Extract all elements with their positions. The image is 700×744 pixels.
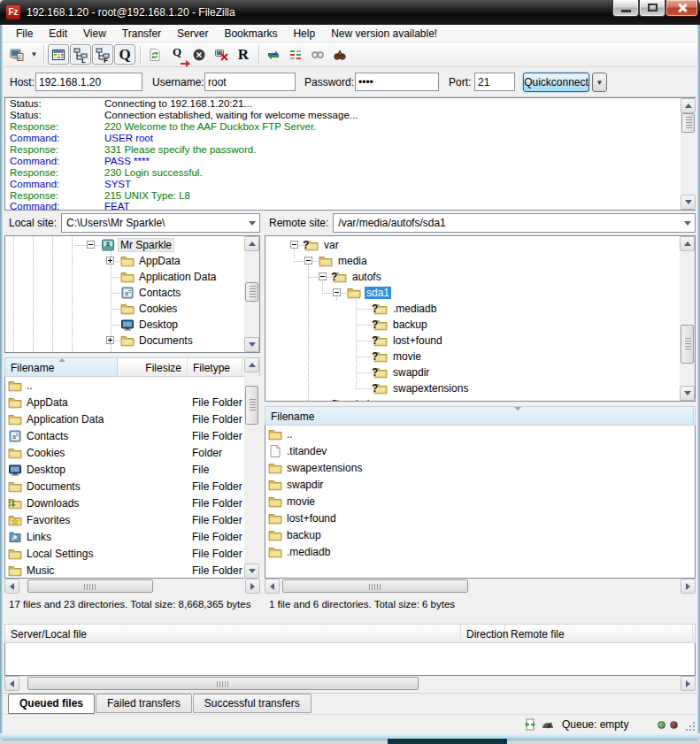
file-row[interactable]: .titandev <box>265 442 695 459</box>
file-row[interactable]: .. <box>265 426 695 442</box>
toggle-local-tree-button[interactable]: L <box>70 44 91 65</box>
file-row[interactable]: DownloadsFile Folder <box>5 495 244 511</box>
tree-item-var[interactable]: ?var <box>265 237 695 253</box>
refresh-button[interactable] <box>144 44 165 65</box>
file-row[interactable]: aContactsFile Folder <box>5 427 244 444</box>
tree-item-swapdir[interactable]: ?swapdir <box>265 364 695 380</box>
scroll-thumb[interactable] <box>245 386 258 425</box>
quickconnect-button[interactable]: Quickconnect <box>523 73 589 92</box>
tree-expander-plus[interactable] <box>106 257 114 265</box>
tree-item-contacts[interactable]: aContacts <box>5 285 259 301</box>
file-row[interactable]: LinksFile Folder <box>5 528 244 545</box>
tree-item--mediadb[interactable]: ?.mediadb <box>265 301 695 317</box>
file-row[interactable]: FavoritesFile Folder <box>5 511 244 528</box>
process-queue-button[interactable]: Q <box>166 44 188 65</box>
tree-expander-plus[interactable] <box>106 352 114 353</box>
scroll-left-button[interactable] <box>4 676 19 691</box>
combo-arrow-icon[interactable] <box>245 214 259 232</box>
remote-site-combo[interactable]: /var/media/autofs/sda1 <box>333 213 696 233</box>
site-manager-button[interactable] <box>6 44 27 65</box>
tab-queued-files[interactable]: Queued files <box>8 694 95 714</box>
menu-server[interactable]: Server <box>169 26 216 42</box>
tree-item-media[interactable]: media <box>265 253 695 269</box>
file-row[interactable]: movie <box>265 493 695 510</box>
remote-hscrollbar[interactable] <box>265 579 696 594</box>
tree-item-application-data[interactable]: Application Data <box>5 269 259 285</box>
file-row[interactable]: DesktopFile <box>5 461 244 478</box>
host-input[interactable] <box>35 73 142 91</box>
tree-item-desktop[interactable]: Desktop <box>5 317 259 333</box>
scroll-down-button[interactable] <box>244 564 259 579</box>
scroll-down-button[interactable] <box>680 386 695 401</box>
remote-tree-scrollbar[interactable] <box>680 236 695 401</box>
tree-item-autofs[interactable]: ?autofs <box>265 269 695 285</box>
local-hscrollbar[interactable] <box>4 579 260 594</box>
close-button[interactable] <box>665 0 698 17</box>
tree-item-mr-sparkle[interactable]: Mr Sparkle <box>5 237 259 253</box>
tree-expander-minus[interactable] <box>87 241 95 249</box>
file-row[interactable]: swapextensions <box>265 459 695 476</box>
tree-expander-minus[interactable] <box>319 272 327 280</box>
local-list-scrollbar[interactable] <box>244 357 259 579</box>
tree-item-appdata[interactable]: AppData <box>5 253 259 269</box>
column-header-filesize[interactable]: Filesize <box>118 358 188 376</box>
menu-transfer[interactable]: Transfer <box>114 26 169 42</box>
local-tree-scrollbar[interactable] <box>244 236 259 352</box>
scroll-down-button[interactable] <box>244 337 259 352</box>
tab-failed-transfers[interactable]: Failed transfers <box>96 694 192 713</box>
scroll-right-button[interactable] <box>681 579 696 594</box>
file-row[interactable]: CookiesFolder <box>5 444 244 461</box>
cancel-button[interactable] <box>188 44 210 65</box>
site-manager-dropdown[interactable]: ▼ <box>28 44 40 65</box>
scroll-left-button[interactable] <box>4 579 19 594</box>
sync-transfer-button[interactable] <box>263 44 284 65</box>
scroll-up-button[interactable] <box>244 357 259 372</box>
file-row[interactable]: .mediadb <box>265 543 695 560</box>
toggle-remote-tree-button[interactable]: F <box>92 44 113 65</box>
column-header-direction[interactable]: Direction <box>461 625 505 642</box>
combo-arrow-icon[interactable] <box>681 214 695 232</box>
disconnect-button[interactable] <box>211 44 232 65</box>
scroll-down-button[interactable] <box>681 195 696 210</box>
scroll-left-button[interactable] <box>265 579 280 594</box>
file-row[interactable]: lost+found <box>265 510 695 526</box>
tree-expander-minus[interactable] <box>290 241 298 249</box>
tree-item-downloads[interactable]: Downloads <box>5 349 259 353</box>
reconnect-button[interactable]: R <box>233 44 254 65</box>
password-input[interactable] <box>355 73 439 91</box>
resize-grip[interactable] <box>685 721 696 732</box>
column-header-remote-file[interactable]: Remote file <box>505 625 693 642</box>
menu-edit[interactable]: Edit <box>41 26 75 42</box>
sync-browsing-button[interactable] <box>307 44 328 65</box>
menu-bookmarks[interactable]: Bookmarks <box>216 26 285 42</box>
file-row[interactable]: AppDataFile Folder <box>5 394 244 410</box>
titlebar[interactable]: Fz 192.168.1.20 - root@192.168.1.20 - Fi… <box>0 0 700 25</box>
scroll-right-button[interactable] <box>245 579 260 594</box>
tree-expander-minus[interactable] <box>304 257 312 265</box>
tree-item-cookies[interactable]: Cookies <box>5 301 259 317</box>
tree-item-movie[interactable]: ?movie <box>265 349 695 364</box>
file-row[interactable]: MusicFile Folder <box>5 562 244 579</box>
file-row[interactable]: DocumentsFile Folder <box>5 478 244 495</box>
file-row[interactable]: backup <box>265 526 695 543</box>
file-row[interactable]: Local SettingsFile Folder <box>5 545 244 562</box>
tree-item-lost-found[interactable]: ?lost+found <box>265 333 695 349</box>
tree-item-backup[interactable]: ?backup <box>265 317 695 333</box>
scroll-right-button[interactable] <box>681 676 696 691</box>
column-header-filename[interactable]: Filename <box>5 358 118 376</box>
minimize-button[interactable] <box>612 0 639 17</box>
menu-new-version-available[interactable]: New version available! <box>323 26 445 42</box>
scroll-up-button[interactable] <box>680 236 695 251</box>
scroll-thumb[interactable] <box>282 579 468 593</box>
queue-hscrollbar[interactable] <box>4 676 696 691</box>
menu-file[interactable]: File <box>8 26 41 42</box>
filename-filters-button[interactable] <box>329 44 350 65</box>
tree-item-swapextensions[interactable]: ?swapextensions <box>265 380 695 396</box>
scroll-thumb[interactable] <box>681 113 695 133</box>
scroll-up-button[interactable] <box>244 236 259 251</box>
toggle-queue-button[interactable]: Q <box>114 44 135 65</box>
column-header-filename[interactable]: Filename <box>265 407 694 425</box>
file-row[interactable]: swapdir <box>265 476 695 493</box>
menu-view[interactable]: View <box>75 26 114 42</box>
tree-item-sda1[interactable]: sda1 <box>265 285 695 301</box>
